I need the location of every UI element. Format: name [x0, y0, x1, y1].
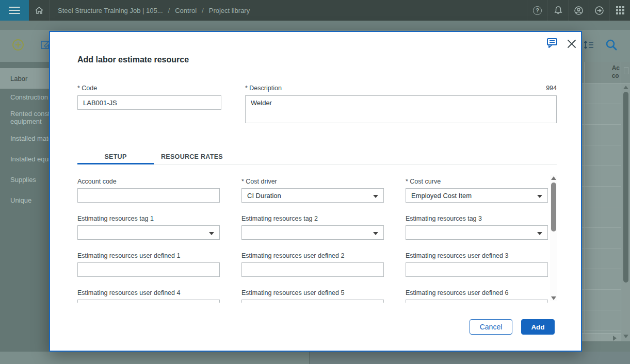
- dialog-title: Add labor estimate resource: [77, 55, 189, 64]
- account-code-field-group: Account code: [77, 178, 220, 203]
- scroll-thumb: [551, 183, 556, 231]
- description-input[interactable]: Welder: [245, 95, 557, 123]
- cost-curve-field-group: * Cost curve Employed Cost Item: [406, 178, 548, 203]
- user-defined-2-label: Estimating resources user defined 2: [241, 252, 384, 259]
- tag1-label: Estimating resources tag 1: [77, 215, 220, 222]
- column-freeze-icon[interactable]: [624, 67, 628, 74]
- account-button[interactable]: [568, 0, 589, 21]
- comments-button[interactable]: [545, 37, 559, 51]
- sidebar-item-rented-construction-equipment[interactable]: Rented constr equipment: [0, 107, 49, 128]
- status-strip-right: [310, 352, 630, 364]
- cost-curve-label: * Cost curve: [406, 178, 548, 185]
- home-icon: [35, 6, 44, 15]
- breadcrumb-separator: /: [168, 7, 170, 14]
- notifications-button[interactable]: [547, 0, 568, 21]
- app-root: Steel Structure Training Job | 105... / …: [0, 0, 630, 364]
- apps-grid-icon: [616, 6, 624, 14]
- code-input[interactable]: [77, 95, 221, 110]
- table-vertical-scrollbar[interactable]: [622, 84, 630, 340]
- cost-curve-select[interactable]: Employed Cost Item: [406, 188, 548, 203]
- sidebar-item-installed-equipment[interactable]: Installed equi: [0, 148, 49, 169]
- code-field-group: * Code: [77, 85, 221, 110]
- breadcrumb-separator: /: [202, 7, 204, 14]
- cost-driver-value: CI Duration: [247, 192, 281, 200]
- scroll-thumb: [623, 92, 628, 283]
- close-icon: [567, 39, 577, 49]
- tag1-select[interactable]: [77, 225, 220, 240]
- setup-form: Account code * Cost driver CI Duration *…: [77, 171, 548, 303]
- help-button[interactable]: ?: [527, 0, 547, 21]
- user-defined-2-input[interactable]: [241, 262, 384, 277]
- add-labor-estimate-resource-dialog: Add labor estimate resource * Code * Des…: [49, 31, 582, 352]
- user-defined-4-input[interactable]: [77, 300, 220, 303]
- hamburger-icon: [9, 7, 20, 14]
- column-divider: [621, 62, 621, 352]
- code-label: * Code: [77, 85, 221, 92]
- cancel-button[interactable]: Cancel: [470, 319, 512, 335]
- user-defined-3-field-group: Estimating resources user defined 3: [406, 252, 548, 277]
- tag2-select[interactable]: [241, 225, 384, 240]
- tag2-field-group: Estimating resources tag 2: [241, 215, 384, 240]
- user-defined-5-input[interactable]: [241, 300, 384, 303]
- comment-icon: [545, 37, 559, 51]
- sidebar-items: Construction e Rented constr equipment I…: [0, 87, 49, 210]
- form-scrollbar[interactable]: [550, 175, 557, 301]
- scroll-up-icon: [623, 86, 628, 89]
- scroll-up-icon: [551, 176, 556, 180]
- chevron-down-icon: [537, 232, 542, 235]
- add-circle-icon: [12, 39, 24, 51]
- apps-menu-button[interactable]: [609, 0, 630, 21]
- user-defined-1-input[interactable]: [77, 262, 220, 277]
- breadcrumb-section[interactable]: Control: [175, 7, 197, 14]
- sidebar-item-unique[interactable]: Unique: [0, 190, 49, 210]
- sidebar-item-supplies[interactable]: Supplies: [0, 169, 49, 190]
- cost-driver-label: * Cost driver: [241, 178, 384, 185]
- user-defined-3-input[interactable]: [406, 262, 548, 277]
- breadcrumb-page[interactable]: Project library: [209, 7, 250, 14]
- bell-icon: [554, 6, 563, 15]
- sidebar-item-construction-equipment[interactable]: Construction e: [0, 87, 49, 107]
- sidebar-item-installed-materials[interactable]: Installed mate: [0, 128, 49, 148]
- add-row-button[interactable]: [12, 39, 24, 53]
- sign-out-button[interactable]: [589, 0, 609, 21]
- account-code-column-header[interactable]: Ac co: [612, 64, 620, 80]
- status-strip: [0, 352, 630, 364]
- tab-resource-rates[interactable]: RESOURCE RATES: [154, 150, 230, 164]
- user-defined-6-input[interactable]: [406, 300, 548, 303]
- breadcrumb-project[interactable]: Steel Structure Training Job | 105...: [58, 7, 163, 14]
- search-button[interactable]: [605, 38, 618, 54]
- account-code-label: Account code: [77, 178, 220, 185]
- status-strip-divider: [309, 352, 310, 364]
- scroll-down-icon: [623, 335, 628, 338]
- description-char-counter: 994: [546, 85, 557, 92]
- home-button[interactable]: [29, 0, 50, 21]
- add-button[interactable]: Add: [521, 319, 555, 335]
- cost-curve-value: Employed Cost Item: [411, 192, 472, 200]
- chevron-down-icon: [373, 195, 378, 198]
- row-height-button[interactable]: [583, 40, 594, 52]
- chevron-down-icon: [537, 195, 542, 198]
- close-dialog-button[interactable]: [567, 39, 577, 49]
- breadcrumb: Steel Structure Training Job | 105... / …: [50, 0, 250, 21]
- sidebar-item-labor[interactable]: Labor: [0, 68, 49, 89]
- dialog-tabs: SETUP RESOURCE RATES: [77, 150, 557, 164]
- resource-type-sidebar: Labor Construction e Rented constr equip…: [0, 62, 49, 352]
- tag3-select[interactable]: [406, 225, 548, 240]
- user-defined-5-field-group: Estimating resources user defined 5: [241, 289, 384, 303]
- row-height-icon: [583, 40, 594, 50]
- user-defined-6-label: Estimating resources user defined 6: [406, 289, 548, 296]
- chevron-down-icon: [373, 232, 378, 235]
- user-defined-1-field-group: Estimating resources user defined 1: [77, 252, 220, 277]
- cost-driver-select[interactable]: CI Duration: [241, 188, 384, 203]
- tab-setup[interactable]: SETUP: [77, 150, 154, 164]
- user-defined-6-field-group: Estimating resources user defined 6: [406, 289, 548, 303]
- user-defined-5-label: Estimating resources user defined 5: [241, 289, 384, 296]
- help-icon: ?: [533, 6, 542, 15]
- dialog-header-actions: [545, 37, 577, 51]
- sign-out-icon: [594, 6, 604, 15]
- description-label: * Description: [245, 85, 557, 92]
- topbar-actions: ?: [527, 0, 630, 21]
- tag1-field-group: Estimating resources tag 1: [77, 215, 220, 240]
- hamburger-menu-button[interactable]: [0, 0, 29, 21]
- account-code-input[interactable]: [77, 188, 220, 203]
